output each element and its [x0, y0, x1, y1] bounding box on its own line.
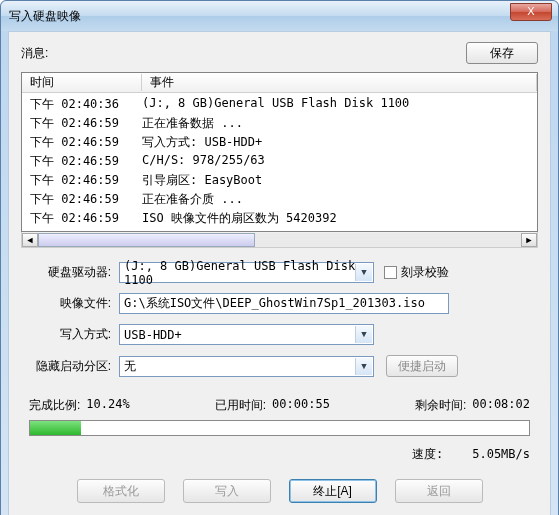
remain-value: 00:08:02: [472, 397, 530, 414]
stats-row: 完成比例: 10.24% 已用时间: 00:00:55 剩余时间: 00:08:…: [29, 397, 530, 414]
format-button[interactable]: 格式化: [77, 479, 165, 503]
checkbox-icon: [384, 266, 397, 279]
message-label: 消息:: [21, 45, 466, 62]
write-button[interactable]: 写入: [183, 479, 271, 503]
hide-value: 无: [124, 358, 136, 375]
log-row[interactable]: 下午 02:46:59ISO 映像文件的扇区数为 5420392: [22, 209, 537, 228]
quickboot-button[interactable]: 便捷启动: [386, 355, 458, 377]
button-row: 格式化 写入 终止[A] 返回: [9, 471, 550, 515]
log-time: 下午 02:40:36: [30, 96, 142, 113]
chevron-down-icon: ▼: [355, 326, 372, 343]
log-header-time[interactable]: 时间: [22, 74, 142, 91]
log-time: 下午 02:46:59: [30, 172, 142, 189]
hide-label: 隐藏启动分区:: [29, 358, 119, 375]
percent-value: 10.24%: [86, 397, 129, 414]
scroll-track[interactable]: [38, 233, 521, 247]
window: 写入硬盘映像 X 消息: 保存 时间 事件 下午 02:40:36(J:, 8 …: [0, 0, 559, 515]
log-row[interactable]: 下午 02:46:59正在准备数据 ...: [22, 114, 537, 133]
titlebar: 写入硬盘映像 X: [1, 1, 558, 31]
log-time: 下午 02:46:59: [30, 115, 142, 132]
row-hide: 隐藏启动分区: 无 ▼ 便捷启动: [29, 355, 530, 377]
method-dropdown[interactable]: USB-HDD+ ▼: [119, 324, 374, 345]
drive-label: 硬盘驱动器:: [29, 264, 119, 281]
row-drive: 硬盘驱动器: (J:, 8 GB)General USB Flash Disk …: [29, 262, 530, 283]
percent-label: 完成比例:: [29, 397, 80, 414]
log-time: 下午 02:46:59: [30, 210, 142, 227]
log-time: 下午 02:46:59: [30, 153, 142, 170]
chevron-down-icon: ▼: [355, 358, 372, 375]
speed-label: 速度:: [412, 447, 443, 461]
log-event: 引导扇区: EasyBoot: [142, 172, 529, 189]
verify-label: 刻录校验: [401, 264, 449, 281]
abort-button[interactable]: 终止[A]: [289, 479, 377, 503]
log-event: (J:, 8 GB)General USB Flash Disk 1100: [142, 96, 529, 113]
speed-row: 速度: 5.05MB/s: [29, 436, 530, 471]
image-value: G:\系统ISO文件\DEEP_GhostWin7Sp1_201303.iso: [124, 295, 425, 312]
progress-fill: [30, 421, 81, 435]
scroll-thumb[interactable]: [38, 233, 255, 247]
close-icon: X: [527, 5, 534, 17]
window-title: 写入硬盘映像: [9, 8, 81, 25]
log-time: 下午 02:46:59: [30, 191, 142, 208]
client-area: 消息: 保存 时间 事件 下午 02:40:36(J:, 8 GB)Genera…: [8, 31, 551, 515]
drive-value: (J:, 8 GB)General USB Flash Disk 1100: [124, 259, 369, 287]
progressbar: [29, 420, 530, 436]
log-event: C/H/S: 978/255/63: [142, 153, 529, 170]
log-row[interactable]: 下午 02:46:59C/H/S: 978/255/63: [22, 152, 537, 171]
close-button[interactable]: X: [510, 3, 552, 21]
log-row[interactable]: 下午 02:46:59正在准备介质 ...: [22, 190, 537, 209]
image-label: 映像文件:: [29, 295, 119, 312]
log-header: 时间 事件: [22, 73, 537, 93]
log-event: 正在准备介质 ...: [142, 191, 529, 208]
log-time: 下午 02:46:59: [30, 134, 142, 151]
image-field[interactable]: G:\系统ISO文件\DEEP_GhostWin7Sp1_201303.iso: [119, 293, 449, 314]
row-image: 映像文件: G:\系统ISO文件\DEEP_GhostWin7Sp1_20130…: [29, 293, 530, 314]
message-row: 消息: 保存: [9, 32, 550, 68]
elapsed-value: 00:00:55: [272, 397, 330, 414]
remain-label: 剩余时间:: [415, 397, 466, 414]
log-event: ISO 映像文件的扇区数为 5420392: [142, 210, 529, 227]
method-label: 写入方式:: [29, 326, 119, 343]
log-rows: 下午 02:40:36(J:, 8 GB)General USB Flash D…: [22, 93, 537, 232]
scroll-left-icon[interactable]: ◄: [22, 233, 38, 247]
verify-checkbox[interactable]: 刻录校验: [384, 264, 449, 281]
speed-value: 5.05MB/s: [472, 447, 530, 461]
log-row[interactable]: 下午 02:46:59写入方式: USB-HDD+: [22, 133, 537, 152]
log-row[interactable]: 下午 02:46:59引导扇区: EasyBoot: [22, 171, 537, 190]
drive-dropdown[interactable]: (J:, 8 GB)General USB Flash Disk 1100 ▼: [119, 262, 374, 283]
form-area: 硬盘驱动器: (J:, 8 GB)General USB Flash Disk …: [9, 248, 550, 393]
method-value: USB-HDD+: [124, 328, 182, 342]
log-row[interactable]: 下午 02:40:36(J:, 8 GB)General USB Flash D…: [22, 95, 537, 114]
save-button[interactable]: 保存: [466, 42, 538, 64]
log-header-event[interactable]: 事件: [142, 74, 537, 91]
hide-dropdown[interactable]: 无 ▼: [119, 356, 374, 377]
hscrollbar[interactable]: ◄ ►: [21, 232, 538, 248]
row-method: 写入方式: USB-HDD+ ▼: [29, 324, 530, 345]
log-list[interactable]: 时间 事件 下午 02:40:36(J:, 8 GB)General USB F…: [21, 72, 538, 232]
return-button[interactable]: 返回: [395, 479, 483, 503]
log-area: 时间 事件 下午 02:40:36(J:, 8 GB)General USB F…: [21, 72, 538, 248]
elapsed-label: 已用时间:: [215, 397, 266, 414]
chevron-down-icon: ▼: [355, 264, 372, 281]
scroll-right-icon[interactable]: ►: [521, 233, 537, 247]
log-event: 写入方式: USB-HDD+: [142, 134, 529, 151]
log-event: 正在准备数据 ...: [142, 115, 529, 132]
progress-area: 完成比例: 10.24% 已用时间: 00:00:55 剩余时间: 00:08:…: [9, 397, 550, 471]
